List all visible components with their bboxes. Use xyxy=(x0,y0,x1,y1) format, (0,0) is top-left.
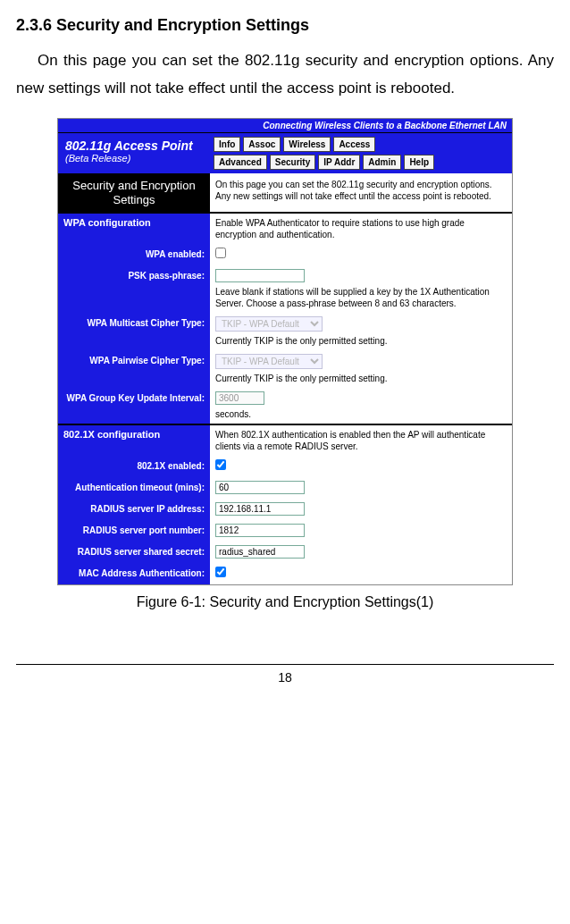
wpa-section-title: WPA configuration xyxy=(58,214,210,244)
intro-paragraph: On this page you can set the 802.11g sec… xyxy=(16,47,554,102)
radius-port-input[interactable] xyxy=(215,524,305,537)
radius-ip-input[interactable] xyxy=(215,502,305,516)
settings-title: Security and EncryptionSettings xyxy=(58,173,210,212)
radius-secret-label: RADIUS server shared secret: xyxy=(58,542,210,563)
settings-screenshot: Connecting Wireless Clients to a Backbon… xyxy=(57,118,513,585)
radius-ip-label: RADIUS server IP address: xyxy=(58,499,210,520)
banner-text: Connecting Wireless Clients to a Backbon… xyxy=(58,119,512,133)
pairwise-cipher-select[interactable]: TKIP - WPA Default xyxy=(215,354,323,369)
settings-description: On this page you can set the 802.11g sec… xyxy=(210,173,512,212)
mcast-cipher-label: WPA Multicast Cipher Type: xyxy=(58,313,210,350)
gkupdate-help: seconds. xyxy=(215,408,507,420)
wpa-section-desc: Enable WPA Authenticator to require stat… xyxy=(210,214,512,244)
product-subtitle: (Beta Release) xyxy=(65,153,203,164)
product-title: 802.11g Access Point xyxy=(65,139,203,153)
pairwise-cipher-label: WPA Pairwise Cipher Type: xyxy=(58,350,210,388)
mac-auth-checkbox[interactable] xyxy=(215,567,226,577)
footer-rule xyxy=(16,664,554,665)
tab-ipaddr[interactable]: IP Addr xyxy=(318,155,360,170)
mcast-cipher-select[interactable]: TKIP - WPA Default xyxy=(215,316,323,332)
dot1x-enabled-label: 802.1X enabled: xyxy=(58,456,210,477)
radius-port-label: RADIUS server port number: xyxy=(58,520,210,542)
tab-info[interactable]: Info xyxy=(214,137,240,152)
gkupdate-label: WPA Group Key Update Interval: xyxy=(58,388,210,424)
dot1x-section-title: 802.1X configuration xyxy=(58,425,210,456)
psk-help: Leave blank if stations will be supplied… xyxy=(215,286,507,309)
tab-assoc[interactable]: Assoc xyxy=(243,137,281,152)
wpa-enabled-checkbox[interactable] xyxy=(215,248,226,258)
section-heading: 2.3.6 Security and Encryption Settings xyxy=(16,16,554,35)
tab-row-2: Advanced Security IP Addr Admin Help xyxy=(214,155,508,170)
mac-auth-label: MAC Address Authentication: xyxy=(58,563,210,584)
psk-input[interactable] xyxy=(215,269,305,282)
radius-secret-input[interactable] xyxy=(215,545,305,559)
tab-row-1: Info Assoc Wireless Access xyxy=(214,137,508,152)
gkupdate-input[interactable] xyxy=(215,391,264,405)
auth-timeout-input[interactable] xyxy=(215,481,305,494)
dot1x-enabled-checkbox[interactable] xyxy=(215,459,226,470)
tab-security[interactable]: Security xyxy=(270,155,315,170)
figure-caption: Figure 6-1: Security and Encryption Sett… xyxy=(16,594,554,610)
psk-label: PSK pass-phrase: xyxy=(58,265,210,313)
page-number: 18 xyxy=(0,670,570,685)
wpa-enabled-label: WPA enabled: xyxy=(58,244,210,265)
mcast-help: Currently TKIP is the only permitted set… xyxy=(215,335,507,347)
dot1x-section-desc: When 802.1X authentication is enabled th… xyxy=(210,425,512,456)
tab-wireless[interactable]: Wireless xyxy=(283,137,331,152)
pairwise-help: Currently TKIP is the only permitted set… xyxy=(215,373,507,384)
product-header: 802.11g Access Point (Beta Release) xyxy=(58,133,210,173)
tab-help[interactable]: Help xyxy=(404,155,434,170)
tab-access[interactable]: Access xyxy=(333,137,375,152)
tab-advanced[interactable]: Advanced xyxy=(214,155,267,170)
auth-timeout-label: Authentication timeout (mins): xyxy=(58,477,210,499)
tab-admin[interactable]: Admin xyxy=(363,155,401,170)
